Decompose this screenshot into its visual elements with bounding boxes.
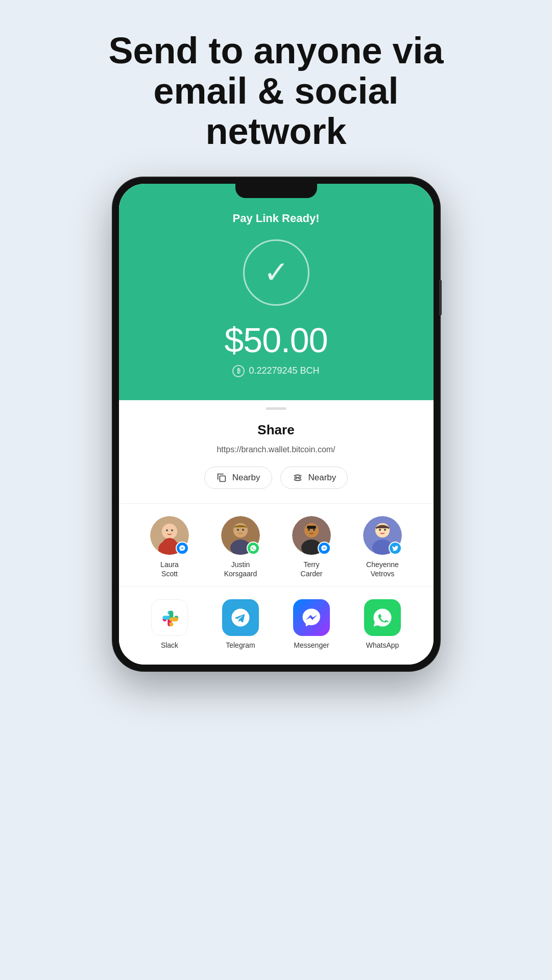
whatsapp-icon xyxy=(364,599,401,636)
phone-screen: Pay Link Ready! ✓ $50.00 ₿ 0.22279245 BC… xyxy=(119,184,434,665)
app-messenger[interactable]: Messenger xyxy=(283,599,340,649)
cheyenne-badge-twitter xyxy=(389,542,402,555)
laura-name: LauraScott xyxy=(160,560,179,578)
svg-rect-0 xyxy=(220,476,225,481)
app-header: Pay Link Ready! ✓ $50.00 ₿ 0.22279245 BC… xyxy=(119,184,434,400)
copy-nearby-label: Nearby xyxy=(232,473,260,483)
justin-badge-whatsapp xyxy=(247,542,260,555)
telegram-icon xyxy=(222,599,259,636)
nearby-icon xyxy=(292,472,303,483)
svg-point-2 xyxy=(298,477,300,479)
divider-2 xyxy=(119,586,434,587)
svg-point-1 xyxy=(295,477,297,479)
drag-handle xyxy=(266,407,286,410)
messenger-label: Messenger xyxy=(294,641,329,649)
page-title: Send to anyone via email & social networ… xyxy=(46,0,506,178)
telegram-label: Telegram xyxy=(226,641,255,649)
copy-nearby-button[interactable]: Nearby xyxy=(204,467,272,489)
contact-avatar-wrap xyxy=(221,516,260,555)
svg-point-8 xyxy=(171,529,173,531)
contact-avatar-wrap xyxy=(292,516,331,555)
contact-avatar-wrap xyxy=(363,516,402,555)
share-buttons-row: Nearby Nearby xyxy=(134,467,418,489)
phone-mockup: Pay Link Ready! ✓ $50.00 ₿ 0.22279245 BC… xyxy=(113,178,440,671)
justin-name: JustinKorsgaard xyxy=(224,560,257,578)
copy-icon xyxy=(216,472,227,483)
cheyenne-name: CheyenneVetrovs xyxy=(366,560,399,578)
contact-avatar-wrap xyxy=(150,516,189,555)
share-url: https://branch.wallet.bitcoin.com/ xyxy=(134,445,418,454)
svg-point-6 xyxy=(162,524,177,539)
contact-terry[interactable]: TerryCarder xyxy=(283,516,340,578)
bitcoin-icon: ₿ xyxy=(232,365,245,377)
share-title: Share xyxy=(134,422,418,438)
svg-point-9 xyxy=(162,538,177,550)
divider-1 xyxy=(119,503,434,504)
slack-label: Slack xyxy=(161,641,178,649)
checkmark-icon: ✓ xyxy=(263,257,289,288)
svg-point-21 xyxy=(313,529,315,531)
svg-point-27 xyxy=(379,529,381,531)
amount-usd: $50.00 xyxy=(225,320,328,360)
contacts-row: LauraScott xyxy=(134,516,418,578)
slack-icon xyxy=(151,599,188,636)
phone-notch xyxy=(235,184,317,198)
svg-rect-22 xyxy=(307,526,316,529)
app-whatsapp[interactable]: WhatsApp xyxy=(354,599,411,649)
nearby-label: Nearby xyxy=(308,473,337,483)
svg-point-28 xyxy=(384,529,386,531)
amount-crypto: ₿ 0.22279245 BCH xyxy=(232,365,319,377)
contact-laura[interactable]: LauraScott xyxy=(141,516,198,578)
app-slack[interactable]: Slack xyxy=(141,599,198,649)
svg-point-19 xyxy=(304,523,319,537)
phone-side-button xyxy=(439,280,442,315)
apps-row: Slack Telegram xyxy=(134,599,418,649)
check-circle: ✓ xyxy=(243,239,309,306)
svg-point-20 xyxy=(308,529,310,531)
svg-point-14 xyxy=(237,529,239,531)
terry-name: TerryCarder xyxy=(301,560,323,578)
svg-point-15 xyxy=(242,529,244,531)
nearby-button[interactable]: Nearby xyxy=(280,467,348,489)
app-telegram[interactable]: Telegram xyxy=(212,599,269,649)
pay-link-status: Pay Link Ready! xyxy=(233,212,320,225)
laura-badge-messenger xyxy=(176,542,189,555)
contact-justin[interactable]: JustinKorsgaard xyxy=(212,516,269,578)
contact-cheyenne[interactable]: CheyenneVetrovs xyxy=(354,516,411,578)
bottom-sheet: Share https://branch.wallet.bitcoin.com/… xyxy=(119,400,434,665)
terry-badge-messenger xyxy=(318,542,331,555)
whatsapp-label: WhatsApp xyxy=(366,641,399,649)
messenger-icon xyxy=(293,599,330,636)
svg-point-7 xyxy=(166,529,168,531)
